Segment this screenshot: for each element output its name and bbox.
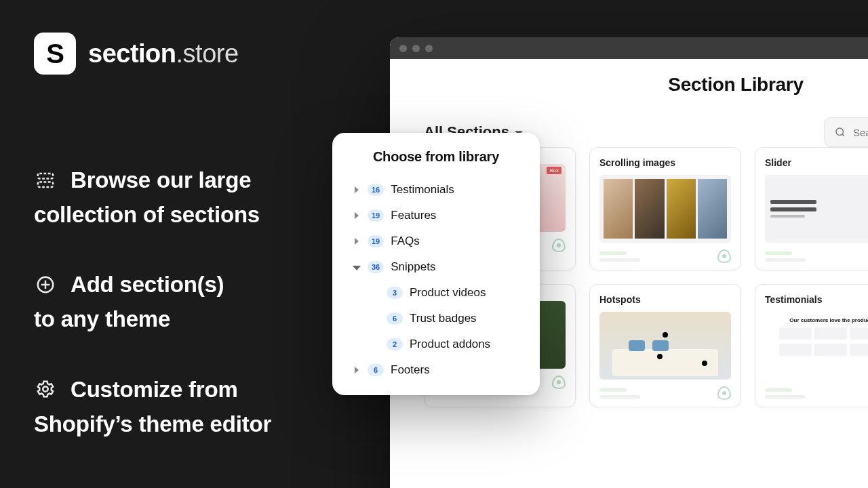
chevron-right-icon bbox=[353, 238, 361, 245]
search-input[interactable] bbox=[824, 117, 868, 147]
search-icon bbox=[834, 126, 846, 138]
section-card[interactable]: Slider bbox=[755, 147, 868, 270]
sections-icon bbox=[34, 169, 57, 192]
tree-item[interactable]: 16Testimonials bbox=[339, 177, 533, 203]
logo-type: section.store bbox=[88, 39, 239, 68]
feature-text: Add section(s) bbox=[71, 267, 224, 302]
tree-item[interactable]: 36Snippets bbox=[339, 254, 533, 280]
tree-subitem[interactable]: 3Product videos bbox=[339, 280, 533, 306]
chevron-right-icon bbox=[353, 367, 361, 373]
count-badge: 2 bbox=[387, 338, 403, 350]
count-badge: 36 bbox=[368, 261, 384, 273]
preview-icon[interactable] bbox=[717, 249, 731, 263]
plus-circle-icon bbox=[34, 273, 57, 296]
section-card[interactable]: Scrolling images bbox=[589, 147, 741, 270]
tree-item-label: FAQs bbox=[391, 235, 420, 248]
logo-word-bold: section bbox=[88, 39, 176, 68]
feature-text: to any theme bbox=[34, 302, 353, 336]
section-card[interactable]: Hotspots bbox=[589, 284, 741, 407]
card-title: Slider bbox=[765, 157, 868, 168]
traffic-max-icon[interactable] bbox=[425, 45, 433, 52]
count-badge: 6 bbox=[368, 364, 384, 376]
card-meta bbox=[765, 251, 806, 262]
card-title: Testimonials bbox=[765, 294, 868, 305]
tree-subitem[interactable]: 2Product addons bbox=[339, 331, 533, 357]
tree-subitem[interactable]: 6Trust badges bbox=[339, 306, 533, 331]
count-badge: 19 bbox=[368, 235, 384, 247]
page-title: Section Library bbox=[390, 74, 868, 96]
tree-item-label: Product addons bbox=[410, 338, 490, 351]
feature-customize: Customize from Shopify’s theme editor bbox=[34, 372, 353, 441]
logo-mark: S bbox=[34, 33, 76, 75]
card-meta bbox=[765, 388, 806, 399]
svg-rect-0 bbox=[38, 174, 54, 179]
count-badge: 16 bbox=[368, 184, 384, 196]
traffic-min-icon[interactable] bbox=[412, 45, 420, 52]
tree-item-label: Features bbox=[391, 209, 436, 222]
tree-item[interactable]: 19FAQs bbox=[339, 228, 533, 254]
card-title: Hotspots bbox=[599, 294, 731, 305]
card-meta bbox=[599, 388, 640, 399]
section-card[interactable]: TestimonialsOur customers love the produ… bbox=[755, 284, 868, 407]
svg-point-4 bbox=[836, 128, 844, 136]
tree-item-label: Testimonials bbox=[391, 183, 454, 197]
preview-icon[interactable] bbox=[552, 375, 566, 389]
logo: S section.store bbox=[34, 33, 353, 75]
chevron-right-icon bbox=[353, 212, 361, 219]
tree-item-label: Footers bbox=[391, 363, 430, 377]
tree-item-label: Trust badges bbox=[410, 312, 477, 325]
logo-word-thin: .store bbox=[176, 39, 239, 68]
marketing-pane: S section.store Browse our large collect… bbox=[34, 33, 353, 476]
count-badge: 3 bbox=[387, 287, 403, 299]
traffic-close-icon[interactable] bbox=[399, 45, 407, 52]
card-title: Scrolling images bbox=[599, 157, 731, 168]
feature-text: Browse our large bbox=[71, 163, 251, 197]
tree-item[interactable]: 19Features bbox=[339, 203, 533, 228]
count-badge: 6 bbox=[387, 312, 403, 325]
feature-add: Add section(s) to any theme bbox=[34, 267, 353, 336]
search-field[interactable] bbox=[853, 127, 868, 138]
chevron-right-icon bbox=[353, 186, 361, 193]
browser-titlebar bbox=[390, 37, 868, 59]
tree-item[interactable]: 6Footers bbox=[339, 357, 533, 383]
tree-item-label: Product videos bbox=[410, 286, 486, 300]
popover-title: Choose from library bbox=[339, 149, 533, 165]
card-meta bbox=[599, 251, 640, 262]
svg-rect-1 bbox=[38, 182, 54, 187]
preview-icon[interactable] bbox=[717, 386, 731, 400]
chevron-down-icon bbox=[353, 264, 361, 270]
svg-point-3 bbox=[43, 386, 48, 392]
feature-text: Shopify’s theme editor bbox=[34, 407, 353, 441]
library-popover: Choose from library 16Testimonials19Feat… bbox=[332, 133, 540, 395]
feature-text: Customize from bbox=[71, 372, 238, 407]
tree-item-label: Snippets bbox=[391, 260, 435, 274]
preview-icon[interactable] bbox=[552, 239, 566, 252]
gear-icon bbox=[34, 378, 57, 401]
feature-text: collection of sections bbox=[34, 197, 353, 232]
category-tree: 16Testimonials19Features19FAQs36Snippets… bbox=[339, 177, 533, 383]
count-badge: 19 bbox=[368, 209, 384, 222]
feature-browse: Browse our large collection of sections bbox=[34, 163, 353, 232]
